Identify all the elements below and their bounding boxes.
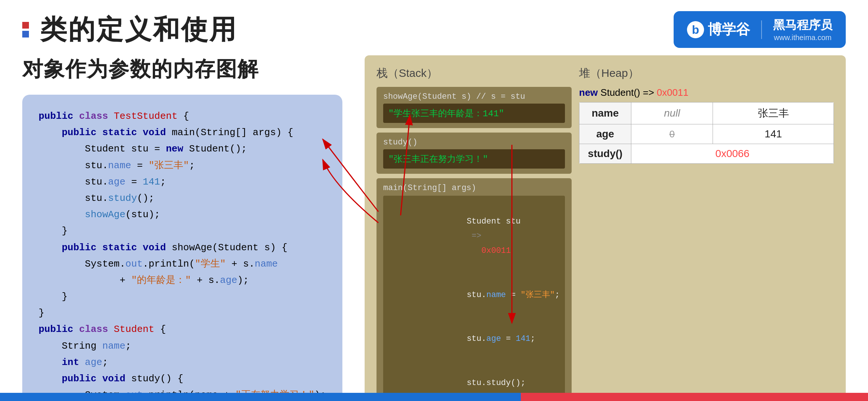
code-line-18: int age;	[39, 354, 326, 371]
stack-title: 栈（Stack）	[377, 66, 572, 81]
subtitle: 对象作为参数的内存图解	[22, 55, 342, 84]
memory-top: 栈（Stack） showAge(Student s) // s = stu "…	[377, 66, 834, 401]
logo-hema-url: www.itheima.com	[774, 33, 832, 42]
left-panel: 对象作为参数的内存图解 public class TestStudent { p…	[22, 55, 342, 397]
heap-field-age-label: age	[579, 124, 631, 144]
heap-field-name-label: name	[579, 102, 631, 124]
right-panel: 栈（Stack） showAge(Student s) // s = stu "…	[365, 55, 846, 397]
code-line-4: stu.name = "张三丰";	[39, 157, 326, 174]
heap-field-age-zero: 0	[631, 124, 713, 144]
main-frame-title: main(String[] args)	[383, 183, 565, 193]
code-line-16: public class Student {	[39, 321, 326, 338]
page-title: 类的定义和使用	[40, 12, 237, 48]
main-content: 对象作为参数的内存图解 public class TestStudent { p…	[0, 55, 868, 397]
study-title: study()	[383, 138, 565, 147]
showage-output: "学生张三丰的年龄是：141"	[383, 104, 565, 123]
code-line-14: }	[39, 305, 326, 321]
code-line-8: }	[39, 223, 326, 239]
heap-row-age: age 0 141	[579, 124, 834, 144]
code-line-11: System.out.println("学生" + s.name	[39, 256, 326, 272]
code-block: public class TestStudent { public static…	[22, 95, 342, 401]
code-line-19: public void study() {	[39, 371, 326, 387]
heap-title: 堆（Heap）	[579, 66, 834, 81]
bottom-bar	[0, 393, 868, 401]
heap-field-study-label: study()	[579, 144, 631, 164]
stack-frame-main: main(String[] args) Student stu => 0x001…	[377, 178, 572, 401]
code-line-12: + "的年龄是：" + s.age);	[39, 272, 326, 288]
stack-frame-study: study() "张三丰正在努力学习！"	[377, 133, 572, 174]
heap-field-name-null: null	[631, 102, 713, 124]
header-icon	[22, 22, 29, 38]
heap-new-label: new Student() => 0x0011	[579, 87, 834, 98]
code-line-6: stu.study();	[39, 190, 326, 206]
stack-area: 栈（Stack） showAge(Student s) // s = stu "…	[377, 66, 572, 401]
main-line-1: Student stu => 0x0011	[388, 199, 560, 273]
main-line-3: stu.age = 141;	[388, 317, 560, 361]
logo-b-letter: b	[687, 21, 704, 38]
study-output: "张三丰正在努力学习！"	[383, 149, 565, 169]
heap-row-name: name null 张三丰	[579, 102, 834, 124]
heap-row-study: study() 0x0066	[579, 144, 834, 164]
stack-frame-showage: showAge(Student s) // s = stu "学生张三丰的年龄是…	[377, 87, 572, 128]
logo-bxg-text: 博学谷	[708, 20, 750, 39]
memory-diagram: 栈（Stack） showAge(Student s) // s = stu "…	[365, 55, 846, 401]
main-frame-content: Student stu => 0x0011 stu.name = "张三丰"; …	[383, 196, 565, 401]
heap-field-study-addr: 0x0066	[631, 144, 834, 164]
icon-blue	[22, 31, 29, 38]
header: 类的定义和使用 b 博学谷 黑马程序员 www.itheima.com	[0, 0, 868, 55]
code-line-17: String name;	[39, 338, 326, 354]
code-line-13: }	[39, 288, 326, 305]
heap-field-age-val: 141	[713, 124, 834, 144]
logo-hema: 黑马程序员 www.itheima.com	[773, 17, 832, 42]
code-line-3: Student stu = new Student();	[39, 141, 326, 157]
showage-title: showAge(Student s) // s = stu	[383, 92, 565, 101]
code-line-2: public static void main(String[] args) {	[39, 124, 326, 141]
main-line-2: stu.name = "张三丰";	[388, 273, 560, 317]
code-line-7: showAge(stu);	[39, 206, 326, 223]
logo-divider	[761, 20, 762, 39]
heap-field-name-val: 张三丰	[713, 102, 834, 124]
logo-area: b 博学谷 黑马程序员 www.itheima.com	[674, 11, 846, 48]
code-line-1: public class TestStudent {	[39, 108, 326, 124]
heap-area: 堆（Heap） new Student() => 0x0011 name nul…	[579, 66, 834, 401]
logo-bxg: b 博学谷	[687, 20, 750, 39]
code-line-5: stu.age = 141;	[39, 174, 326, 190]
code-line-10: public static void showAge(Student s) {	[39, 239, 326, 256]
logo-hema-text: 黑马程序员	[773, 17, 832, 33]
heap-table: name null 张三丰 age 0 141 study() 0x0066	[579, 102, 834, 164]
icon-red	[22, 22, 29, 29]
